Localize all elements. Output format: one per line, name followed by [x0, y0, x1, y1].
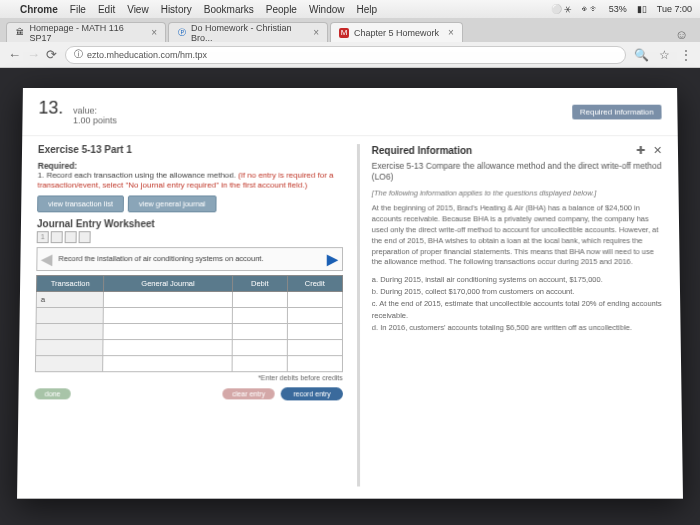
account-cell[interactable]	[103, 339, 232, 355]
required-label: Required:	[38, 161, 343, 171]
profile-icon[interactable]: ☺	[669, 27, 694, 42]
credit-cell[interactable]	[287, 339, 342, 355]
debit-cell[interactable]	[232, 323, 287, 339]
debit-cell[interactable]	[232, 291, 287, 307]
battery-icon: ▮▯	[637, 4, 647, 14]
credit-cell[interactable]	[287, 307, 342, 323]
tab-icon: Ⓟ	[177, 28, 186, 38]
th-credit: Credit	[287, 275, 342, 291]
info-item-c: c. At the end of 2015, estimate that unc…	[372, 298, 665, 322]
info-item-b: b. During 2015, collect $170,000 from cu…	[372, 286, 664, 298]
done-button[interactable]: done	[35, 388, 71, 399]
hint-text: *Enter debits before credits	[35, 374, 343, 381]
search-icon[interactable]: 🔍	[634, 48, 649, 62]
menu-edit[interactable]: Edit	[98, 4, 115, 15]
required-info-button[interactable]: Required information	[572, 104, 662, 119]
row-label: a	[36, 291, 104, 307]
menu-icon[interactable]: ⋮	[680, 48, 692, 62]
battery-pct: 53%	[609, 4, 627, 14]
info-icon: ⓘ	[74, 48, 83, 61]
value-label: value:	[73, 106, 97, 116]
th-transaction: Transaction	[37, 275, 104, 291]
info-item-a: a. During 2015, install air conditioning…	[372, 274, 664, 286]
credit-cell[interactable]	[287, 291, 342, 307]
journal-entry-table: Transaction General Journal Debit Credit…	[35, 275, 343, 372]
menu-view[interactable]: View	[127, 4, 149, 15]
step-box[interactable]	[65, 231, 77, 243]
wifi-icon: ◉ ᯤ	[582, 4, 599, 14]
app-name: Chrome	[20, 4, 58, 15]
menu-history[interactable]: History	[161, 4, 192, 15]
step-box[interactable]	[51, 231, 63, 243]
tab-label: Chapter 5 Homework	[354, 28, 439, 38]
info-item-d: d. In 2016, customers' accounts totaling…	[372, 322, 665, 334]
account-cell[interactable]	[103, 355, 232, 371]
close-icon[interactable]: ×	[151, 27, 157, 38]
forward-button: →	[27, 47, 40, 62]
menu-people[interactable]: People	[266, 4, 297, 15]
tab-icon: M	[339, 28, 349, 38]
tab-label: Do Homework - Christian Bro...	[191, 23, 304, 43]
info-subtitle: Exercise 5-13 Compare the allowance meth…	[372, 161, 663, 183]
points: 1.00 points	[73, 116, 117, 126]
menu-file[interactable]: File	[70, 4, 86, 15]
reload-button[interactable]: ⟳	[46, 47, 57, 62]
menu-help[interactable]: Help	[357, 4, 378, 15]
step-box[interactable]	[79, 231, 91, 243]
star-icon[interactable]: ☆	[659, 48, 670, 62]
url-text: ezto.mheducation.com/hm.tpx	[87, 50, 207, 60]
tab-label: Homepage - MATH 116 SP17	[29, 23, 142, 43]
bluetooth-icon: ⚪ ⚹	[551, 4, 573, 15]
close-icon[interactable]: ×	[313, 27, 319, 38]
clock: Tue 7:00	[657, 4, 692, 14]
debit-cell[interactable]	[232, 339, 287, 355]
tab-homepage[interactable]: 🏛 Homepage - MATH 116 SP17 ×	[6, 22, 166, 42]
next-arrow-icon[interactable]: ▶	[327, 251, 338, 267]
instruction-text: Record the installation of air condition…	[52, 254, 326, 263]
info-note: [The following information applies to th…	[372, 189, 663, 198]
th-general-journal: General Journal	[104, 275, 233, 291]
required-text: 1. Record each transaction using the all…	[38, 171, 239, 180]
menu-window[interactable]: Window	[309, 4, 345, 15]
expand-icon[interactable]: ✚	[636, 144, 645, 157]
account-cell[interactable]	[103, 323, 232, 339]
credit-cell[interactable]	[287, 323, 342, 339]
th-debit: Debit	[232, 275, 287, 291]
clear-entry-button[interactable]: clear entry	[222, 388, 275, 399]
worksheet-title: Journal Entry Worksheet	[37, 218, 343, 229]
exercise-title: Exercise 5-13 Part 1	[38, 144, 343, 155]
account-cell[interactable]	[103, 307, 232, 323]
info-panel-title: Required Information	[372, 145, 473, 156]
info-body: At the beginning of 2015, Brad's Heating…	[372, 204, 664, 269]
menu-bookmarks[interactable]: Bookmarks	[204, 4, 254, 15]
tab-dohomework[interactable]: Ⓟ Do Homework - Christian Bro... ×	[168, 22, 328, 42]
debit-cell[interactable]	[232, 307, 287, 323]
step-box[interactable]: 1	[37, 231, 49, 243]
close-icon[interactable]: ✕	[653, 144, 662, 157]
tab-icon: 🏛	[15, 28, 24, 38]
record-entry-button[interactable]: record entry	[281, 387, 343, 400]
account-cell[interactable]	[104, 291, 233, 307]
credit-cell[interactable]	[287, 355, 342, 371]
back-button[interactable]: ←	[8, 47, 21, 62]
view-transaction-list-button[interactable]: view transaction list	[37, 195, 124, 212]
address-bar[interactable]: ⓘ ezto.mheducation.com/hm.tpx	[65, 46, 626, 64]
close-icon[interactable]: ×	[448, 27, 454, 38]
tab-chapter5[interactable]: M Chapter 5 Homework ×	[330, 22, 463, 42]
prev-arrow-icon[interactable]: ◀	[41, 251, 52, 267]
debit-cell[interactable]	[232, 355, 287, 371]
view-general-journal-button[interactable]: view general journal	[128, 195, 217, 212]
question-number: 13.	[38, 98, 63, 119]
